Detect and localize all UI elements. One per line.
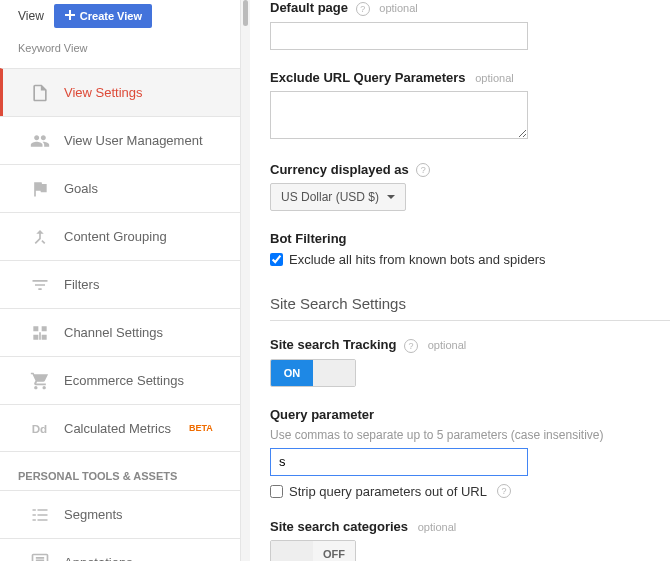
bot-filtering-checkbox[interactable] — [270, 253, 283, 266]
sidebar-item-label: Annotations — [64, 555, 133, 562]
default-page-input[interactable] — [270, 22, 528, 50]
site-search-section-title: Site Search Settings — [270, 287, 670, 321]
sidebar-item-filters[interactable]: Filters — [0, 260, 240, 308]
sidebar-item-goals[interactable]: Goals — [0, 164, 240, 212]
tools-header: PERSONAL TOOLS & ASSETS — [18, 452, 240, 490]
field-query-param: Query parameter Use commas to separate u… — [270, 407, 670, 499]
channel-icon — [30, 323, 50, 343]
view-name: Keyword View — [18, 36, 240, 68]
currency-select[interactable]: US Dollar (USD $) — [270, 183, 406, 211]
view-label: View — [18, 9, 44, 23]
optional-label: optional — [418, 521, 457, 533]
exclude-url-label: Exclude URL Query Parameters — [270, 70, 466, 85]
sidebar-item-content-grouping[interactable]: Content Grouping — [0, 212, 240, 260]
strip-query-checkbox-row[interactable]: Strip query parameters out of URL ? — [270, 484, 670, 499]
site-search-tracking-label: Site search Tracking — [270, 337, 396, 352]
sidebar-item-label: Channel Settings — [64, 325, 163, 340]
help-icon[interactable]: ? — [356, 2, 370, 16]
cart-icon — [30, 371, 50, 391]
strip-query-label: Strip query parameters out of URL — [289, 484, 487, 499]
help-icon[interactable]: ? — [416, 163, 430, 177]
sidebar-item-label: View Settings — [64, 85, 143, 100]
sidebar-item-calculated-metrics[interactable]: Dd Calculated Metrics BETA — [0, 404, 240, 452]
main-panel: Default page ? optional Exclude URL Quer… — [250, 0, 670, 561]
sidebar: View Create View Keyword View View Setti… — [0, 0, 240, 561]
toggle-off-label: OFF — [313, 541, 355, 561]
sidebar-item-channel-settings[interactable]: Channel Settings — [0, 308, 240, 356]
users-icon — [30, 131, 50, 151]
field-bot-filtering: Bot Filtering Exclude all hits from know… — [270, 231, 670, 267]
optional-label: optional — [379, 2, 418, 14]
query-param-input[interactable] — [270, 448, 528, 476]
beta-badge: BETA — [189, 423, 213, 433]
sidebar-item-label: Calculated Metrics — [64, 421, 171, 436]
sidebar-item-label: View User Management — [64, 133, 203, 148]
filter-icon — [30, 275, 50, 295]
site-search-categories-toggle[interactable]: OFF — [270, 540, 356, 561]
sidebar-item-label: Content Grouping — [64, 229, 167, 244]
sidebar-item-annotations[interactable]: Annotations — [0, 538, 240, 561]
sidebar-item-ecommerce-settings[interactable]: Ecommerce Settings — [0, 356, 240, 404]
merge-icon — [30, 227, 50, 247]
help-icon[interactable]: ? — [497, 484, 511, 498]
sidebar-item-view-settings[interactable]: View Settings — [0, 68, 240, 116]
create-view-button[interactable]: Create View — [54, 4, 152, 28]
scrollbar[interactable] — [240, 0, 250, 561]
page-icon — [30, 83, 50, 103]
annotations-icon — [30, 552, 50, 561]
field-default-page: Default page ? optional — [270, 0, 670, 50]
field-currency: Currency displayed as ? US Dollar (USD $… — [270, 162, 670, 212]
query-param-label: Query parameter — [270, 407, 374, 422]
help-icon[interactable]: ? — [404, 339, 418, 353]
field-site-search-tracking: Site search Tracking ? optional ON — [270, 337, 670, 387]
strip-query-checkbox[interactable] — [270, 485, 283, 498]
site-search-tracking-toggle[interactable]: ON — [270, 359, 356, 387]
toggle-off-segment — [313, 360, 355, 386]
create-view-label: Create View — [80, 10, 142, 22]
optional-label: optional — [428, 339, 467, 351]
sidebar-item-segments[interactable]: Segments — [0, 490, 240, 538]
exclude-url-textarea[interactable] — [270, 91, 528, 139]
currency-value: US Dollar (USD $) — [281, 190, 379, 204]
flag-icon — [30, 179, 50, 199]
chevron-down-icon — [387, 195, 395, 199]
calc-icon: Dd — [30, 418, 50, 438]
toggle-on-label: ON — [271, 360, 313, 386]
sidebar-item-label: Goals — [64, 181, 98, 196]
default-page-label: Default page — [270, 0, 348, 15]
scroll-thumb[interactable] — [243, 0, 248, 26]
segments-icon — [30, 505, 50, 525]
field-exclude-url: Exclude URL Query Parameters optional — [270, 70, 670, 142]
sidebar-item-label: Segments — [64, 507, 123, 522]
optional-label: optional — [475, 72, 514, 84]
sidebar-item-label: Ecommerce Settings — [64, 373, 184, 388]
currency-label: Currency displayed as — [270, 162, 409, 177]
bot-filtering-checkbox-row[interactable]: Exclude all hits from known bots and spi… — [270, 252, 670, 267]
field-site-search-categories: Site search categories optional OFF — [270, 519, 670, 561]
toggle-on-segment — [271, 541, 313, 561]
plus-icon — [64, 9, 76, 23]
sidebar-item-label: Filters — [64, 277, 99, 292]
sidebar-item-user-management[interactable]: View User Management — [0, 116, 240, 164]
site-search-categories-label: Site search categories — [270, 519, 408, 534]
bot-filtering-label: Bot Filtering — [270, 231, 347, 246]
bot-filtering-checkbox-label: Exclude all hits from known bots and spi… — [289, 252, 546, 267]
query-param-helper: Use commas to separate up to 5 parameter… — [270, 428, 670, 442]
svg-text:Dd: Dd — [32, 422, 48, 435]
